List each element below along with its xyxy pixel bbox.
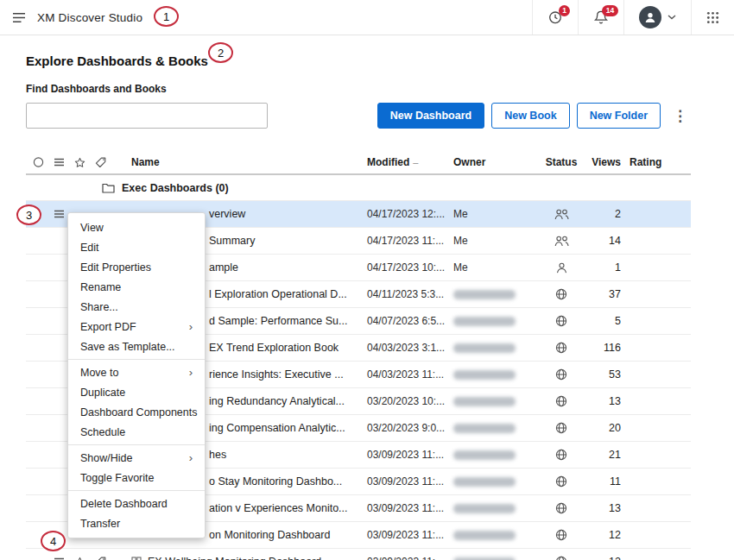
menu-item-label: Edit [80, 242, 99, 254]
dashboard-name-text: hes [209, 449, 226, 461]
status [540, 342, 583, 354]
status [540, 236, 583, 247]
submenu-arrow-icon: › [189, 452, 193, 463]
modified-date: 03/09/2023 11:... [367, 449, 453, 461]
modified-date: 03/09/2023 11:... [367, 475, 453, 488]
modified-date: 04/17/2023 11:... [367, 235, 453, 247]
status [540, 288, 583, 300]
status [540, 395, 583, 407]
globe-icon [555, 529, 567, 541]
views-count: 20 [583, 422, 621, 434]
new-folder-button[interactable]: New Folder [577, 103, 661, 129]
menu-item-edit-properties[interactable]: Edit Properties [68, 257, 205, 277]
menu-item-label: Dashboard Components [80, 406, 198, 418]
globe-icon [555, 422, 567, 434]
owner-redacted [453, 397, 516, 406]
owner [453, 370, 540, 380]
app-root: XM Discover Studio 1 14 [0, 0, 734, 560]
new-book-button[interactable]: New Book [491, 103, 569, 129]
waffle-grid-icon [706, 11, 719, 24]
annotation-2: 2 [208, 42, 233, 63]
menu-item-view[interactable]: View [68, 217, 205, 237]
status [540, 422, 583, 434]
status [540, 529, 583, 541]
owner: Me [453, 208, 540, 220]
favorites-filter-star-icon[interactable] [74, 157, 85, 168]
modified-date: 04/03/2023 3:1... [367, 342, 453, 354]
hamburger-menu-icon[interactable] [12, 12, 26, 23]
select-all-circle-icon[interactable] [33, 156, 44, 168]
dashboard-name[interactable]: EX Wellbeing Monitoring Dashboard [131, 556, 367, 560]
drag-handle-icon[interactable] [54, 210, 65, 218]
dashboard-name-text: on Monitoring Dashboard [209, 529, 330, 541]
menu-item-show-hide[interactable]: Show/Hide› [68, 448, 205, 468]
menu-item-delete-dashboard[interactable]: Delete Dashboard [68, 494, 205, 513]
new-dashboard-button[interactable]: New Dashboard [377, 103, 484, 129]
column-modified[interactable]: Modified– [367, 156, 453, 168]
menu-item-rename[interactable]: Rename [68, 277, 205, 297]
views-count: 116 [583, 342, 621, 354]
tag-icon[interactable] [95, 557, 106, 560]
globe-icon [555, 449, 567, 461]
dashboard-name-text: verview [209, 208, 245, 220]
label-tag-icon[interactable] [95, 157, 106, 168]
avatar [639, 6, 661, 28]
favorite-star-icon[interactable] [74, 557, 85, 560]
owner [453, 424, 540, 433]
owner-redacted [453, 531, 516, 540]
folder-row[interactable]: Exec Dashboards (0) [26, 175, 691, 201]
views-count: 12 [583, 529, 621, 541]
status [540, 449, 583, 461]
menu-item-edit[interactable]: Edit [68, 237, 205, 257]
chevron-down-icon [668, 15, 676, 20]
status [540, 556, 583, 560]
dashboard-name-text: EX Wellbeing Monitoring Dashboard [148, 556, 321, 560]
column-views[interactable]: Views [583, 156, 621, 168]
table-row[interactable]: EX Wellbeing Monitoring Dashboard 03/09/… [26, 549, 691, 560]
dashboard-name-text: EX Trend Exploration Book [209, 342, 339, 354]
menu-item-schedule[interactable]: Schedule [68, 422, 205, 442]
modified-date: 03/09/2023 11:... [367, 529, 453, 541]
menu-item-dashboard-components[interactable]: Dashboard Components [68, 402, 205, 422]
owner-redacted [453, 343, 516, 353]
menu-item-duplicate[interactable]: Duplicate [68, 382, 205, 402]
search-input[interactable] [26, 103, 268, 129]
views-count: 13 [583, 395, 621, 407]
shared-users-icon [554, 236, 569, 247]
owner [453, 477, 540, 487]
modified-date: 04/17/2023 12:... [367, 208, 453, 220]
reorder-icon[interactable] [54, 158, 65, 167]
owner [453, 343, 540, 353]
notifications-button[interactable]: 14 [578, 0, 623, 35]
column-owner[interactable]: Owner [453, 156, 540, 168]
owner: Me [453, 235, 540, 247]
owner-redacted [453, 477, 516, 487]
menu-item-move-to[interactable]: Move to› [68, 362, 205, 382]
modified-date: 03/09/2023 11:... [367, 502, 453, 514]
menu-item-share[interactable]: Share... [68, 297, 205, 317]
modified-date: 03/20/2023 9:0... [367, 422, 453, 434]
history-button[interactable]: 1 [532, 0, 578, 35]
menu-item-label: Transfer [80, 518, 120, 530]
menu-item-export-pdf[interactable]: Export PDF› [68, 317, 205, 337]
dashboard-icon [131, 557, 142, 560]
menu-item-label: Toggle Favorite [80, 472, 154, 484]
owner [453, 397, 540, 406]
owner [453, 504, 540, 513]
more-options-button[interactable]: ⋮ [669, 109, 691, 123]
views-count: 14 [583, 235, 621, 247]
column-status[interactable]: Status [540, 156, 583, 168]
menu-divider [68, 359, 205, 360]
menu-item-save-as-template[interactable]: Save as Template... [68, 337, 205, 356]
menu-item-toggle-favorite[interactable]: Toggle Favorite [68, 468, 205, 488]
app-switcher-button[interactable] [691, 0, 734, 35]
owner-redacted [453, 424, 516, 433]
owner-redacted [453, 317, 516, 326]
column-rating[interactable]: Rating [621, 156, 691, 168]
status [540, 475, 583, 488]
column-name[interactable]: Name [131, 156, 367, 168]
account-menu-button[interactable] [623, 0, 691, 35]
modified-date: 03/20/2023 10:... [367, 395, 453, 407]
menu-item-transfer[interactable]: Transfer [68, 513, 205, 533]
row-icons [26, 556, 131, 560]
